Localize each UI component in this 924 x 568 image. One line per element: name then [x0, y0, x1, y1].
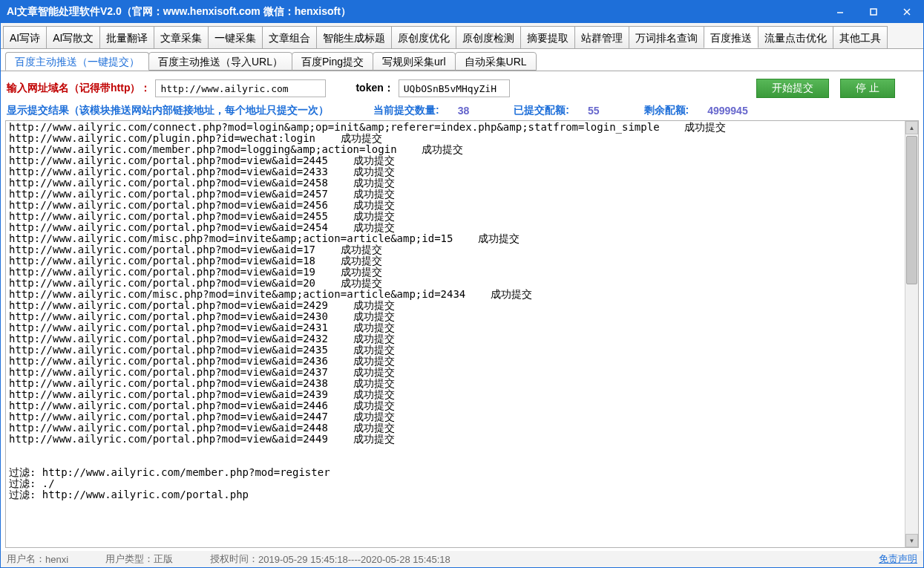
main-tab-11[interactable]: 万词排名查询 — [629, 26, 704, 48]
scroll-down-icon[interactable]: ▼ — [905, 534, 918, 547]
main-tab-3[interactable]: 文章采集 — [154, 26, 209, 48]
scroll-thumb[interactable] — [906, 136, 917, 284]
main-tab-10[interactable]: 站群管理 — [574, 26, 629, 48]
close-button[interactable] — [890, 1, 923, 23]
user-type-label: 用户类型： — [105, 552, 154, 566]
log-area: http://www.ailyric.com/connect.php?mod=l… — [5, 120, 919, 548]
domain-input[interactable] — [155, 79, 326, 97]
titlebar[interactable]: AI文章智能处理软件V2.0（官网：www.henxisoft.com 微信：h… — [1, 1, 923, 23]
submitted-quota-value: 55 — [588, 105, 600, 117]
sub-tabs: 百度主动推送（一键提交）百度主动推送（导入URL）百度Ping提交写规则采集ur… — [1, 49, 923, 71]
submitted-quota-label: 已提交配额: — [514, 104, 569, 117]
main-tab-1[interactable]: AI写散文 — [46, 26, 100, 48]
main-tabs: AI写诗AI写散文批量翻译文章采集一键采集文章组合智能生成标题原创度优化原创度检… — [1, 23, 923, 49]
stats-row: 显示提交结果（该模块推送网站内部链接地址，每个地址只提交一次） 当前提交数量: … — [1, 104, 923, 120]
svg-rect-1 — [871, 9, 877, 15]
token-label: token： — [355, 82, 393, 95]
remaining-quota-value: 4999945 — [707, 105, 748, 117]
user-value: henxi — [45, 554, 68, 565]
user-type-value: 正版 — [154, 552, 173, 566]
remaining-quota-label: 剩余配额: — [644, 104, 689, 117]
user-label: 用户名： — [7, 552, 45, 566]
token-input[interactable] — [399, 79, 510, 97]
sub-tab-1[interactable]: 百度主动推送（导入URL） — [148, 52, 292, 71]
form-row: 输入网址域名（记得带http）： token： 开始提交 停 止 — [1, 71, 923, 104]
window-title: AI文章智能处理软件V2.0（官网：www.henxisoft.com 微信：h… — [7, 5, 351, 19]
main-tab-0[interactable]: AI写诗 — [3, 26, 47, 48]
result-head: 显示提交结果（该模块推送网站内部链接地址，每个地址只提交一次） — [7, 104, 329, 117]
log-content[interactable]: http://www.ailyric.com/connect.php?mod=l… — [6, 121, 905, 547]
stop-button[interactable]: 停 止 — [840, 79, 895, 98]
maximize-button[interactable] — [856, 1, 890, 23]
sub-tab-4[interactable]: 自动采集URL — [455, 52, 537, 71]
current-count-label: 当前提交数量: — [373, 104, 439, 117]
main-tab-6[interactable]: 智能生成标题 — [316, 26, 392, 48]
main-tab-8[interactable]: 原创度检测 — [456, 26, 521, 48]
disclaimer-link[interactable]: 免责声明 — [879, 552, 917, 566]
main-tab-14[interactable]: 其他工具 — [833, 26, 888, 48]
main-tab-12[interactable]: 百度推送 — [704, 26, 758, 48]
start-button[interactable]: 开始提交 — [756, 79, 829, 98]
sub-tab-2[interactable]: 百度Ping提交 — [292, 52, 373, 71]
statusbar: 用户名： henxi 用户类型： 正版 授权时间： 2019-05-29 15:… — [1, 551, 923, 567]
minimize-button[interactable] — [823, 1, 856, 23]
auth-time-label: 授权时间： — [210, 552, 258, 566]
main-tab-5[interactable]: 文章组合 — [262, 26, 317, 48]
main-tab-4[interactable]: 一键采集 — [208, 26, 263, 48]
auth-time-value: 2019-05-29 15:45:18----2020-05-28 15:45:… — [258, 554, 450, 565]
main-tab-7[interactable]: 原创度优化 — [391, 26, 456, 48]
sub-tab-3[interactable]: 写规则采集url — [373, 52, 456, 71]
scroll-up-icon[interactable]: ▲ — [905, 121, 918, 134]
domain-label: 输入网址域名（记得带http）： — [7, 82, 151, 95]
main-tab-13[interactable]: 流量点击优化 — [758, 26, 833, 48]
main-tab-2[interactable]: 批量翻译 — [99, 26, 154, 48]
current-count-value: 38 — [458, 105, 470, 117]
sub-tab-0[interactable]: 百度主动推送（一键提交） — [5, 52, 149, 71]
scrollbar[interactable]: ▲ ▼ — [905, 121, 918, 547]
main-tab-9[interactable]: 摘要提取 — [520, 26, 575, 48]
